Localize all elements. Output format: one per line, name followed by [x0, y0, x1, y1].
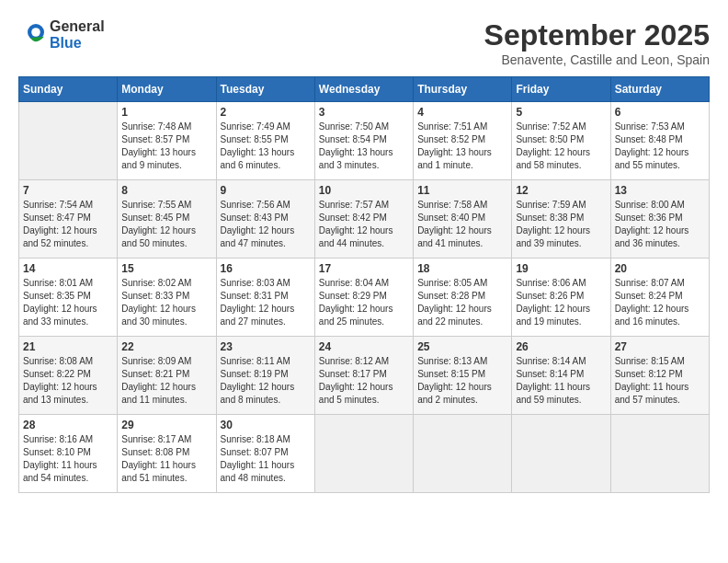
header-cell-wednesday: Wednesday: [314, 77, 413, 102]
calendar-row-0: 1Sunrise: 7:48 AM Sunset: 8:57 PM Daylig…: [19, 102, 710, 180]
day-number: 14: [23, 262, 113, 275]
calendar-row-2: 14Sunrise: 8:01 AM Sunset: 8:35 PM Dayli…: [19, 259, 710, 337]
calendar-cell: 28Sunrise: 8:16 AM Sunset: 8:10 PM Dayli…: [19, 415, 118, 493]
day-info: Sunrise: 8:15 AM Sunset: 8:12 PM Dayligh…: [615, 355, 705, 407]
day-number: 4: [417, 106, 507, 119]
calendar-cell: 30Sunrise: 8:18 AM Sunset: 8:07 PM Dayli…: [216, 415, 314, 493]
header-cell-sunday: Sunday: [19, 77, 118, 102]
header-cell-monday: Monday: [118, 77, 216, 102]
header-cell-tuesday: Tuesday: [216, 77, 314, 102]
calendar-cell: 14Sunrise: 8:01 AM Sunset: 8:35 PM Dayli…: [19, 259, 118, 337]
day-info: Sunrise: 8:03 AM Sunset: 8:31 PM Dayligh…: [221, 277, 311, 328]
day-number: 27: [615, 340, 705, 353]
calendar-cell: 16Sunrise: 8:03 AM Sunset: 8:31 PM Dayli…: [216, 259, 314, 337]
calendar-cell: 5Sunrise: 7:52 AM Sunset: 8:50 PM Daylig…: [512, 102, 610, 180]
calendar-cell: [19, 102, 118, 180]
day-info: Sunrise: 8:11 AM Sunset: 8:19 PM Dayligh…: [221, 355, 311, 407]
day-info: Sunrise: 7:51 AM Sunset: 8:52 PM Dayligh…: [417, 121, 507, 172]
calendar-cell: 10Sunrise: 7:57 AM Sunset: 8:42 PM Dayli…: [314, 180, 413, 259]
calendar-subtitle: Benavente, Castille and Leon, Spain: [484, 52, 710, 67]
day-number: 13: [615, 184, 705, 197]
header-cell-friday: Friday: [512, 77, 610, 102]
day-number: 2: [221, 106, 311, 119]
day-number: 23: [221, 340, 311, 353]
day-info: Sunrise: 8:08 AM Sunset: 8:22 PM Dayligh…: [23, 355, 113, 407]
calendar-cell: 27Sunrise: 8:15 AM Sunset: 8:12 PM Dayli…: [610, 337, 709, 415]
calendar-cell: 26Sunrise: 8:14 AM Sunset: 8:14 PM Dayli…: [512, 337, 610, 415]
day-info: Sunrise: 8:12 AM Sunset: 8:17 PM Dayligh…: [319, 355, 409, 407]
day-info: Sunrise: 7:59 AM Sunset: 8:38 PM Dayligh…: [516, 199, 606, 250]
calendar-cell: 13Sunrise: 8:00 AM Sunset: 8:36 PM Dayli…: [610, 180, 709, 259]
logo-blue-text: Blue: [50, 35, 105, 52]
logo-icon: [22, 21, 50, 49]
day-info: Sunrise: 7:54 AM Sunset: 8:47 PM Dayligh…: [23, 199, 113, 250]
calendar-cell: 4Sunrise: 7:51 AM Sunset: 8:52 PM Daylig…: [414, 102, 512, 180]
day-number: 1: [121, 106, 211, 119]
calendar-cell: 1Sunrise: 7:48 AM Sunset: 8:57 PM Daylig…: [118, 102, 216, 180]
day-number: 22: [121, 340, 211, 353]
calendar-header: SundayMondayTuesdayWednesdayThursdayFrid…: [19, 77, 710, 102]
calendar-cell: 12Sunrise: 7:59 AM Sunset: 8:38 PM Dayli…: [512, 180, 610, 259]
day-number: 19: [516, 262, 606, 275]
day-number: 20: [615, 262, 705, 275]
calendar-cell: 18Sunrise: 8:05 AM Sunset: 8:28 PM Dayli…: [414, 259, 512, 337]
day-info: Sunrise: 8:07 AM Sunset: 8:24 PM Dayligh…: [615, 277, 705, 328]
calendar-cell: 19Sunrise: 8:06 AM Sunset: 8:26 PM Dayli…: [512, 259, 610, 337]
day-number: 26: [516, 340, 606, 353]
header-cell-thursday: Thursday: [414, 77, 512, 102]
calendar-cell: [610, 415, 709, 493]
title-section: September 2025 Benavente, Castille and L…: [484, 18, 710, 67]
day-info: Sunrise: 8:14 AM Sunset: 8:14 PM Dayligh…: [516, 355, 606, 407]
calendar-cell: 20Sunrise: 8:07 AM Sunset: 8:24 PM Dayli…: [610, 259, 709, 337]
day-info: Sunrise: 7:56 AM Sunset: 8:43 PM Dayligh…: [221, 199, 311, 250]
calendar-cell: 2Sunrise: 7:49 AM Sunset: 8:55 PM Daylig…: [216, 102, 314, 180]
calendar-cell: 24Sunrise: 8:12 AM Sunset: 8:17 PM Dayli…: [314, 337, 413, 415]
day-number: 3: [319, 106, 409, 119]
calendar-cell: 15Sunrise: 8:02 AM Sunset: 8:33 PM Dayli…: [118, 259, 216, 337]
calendar-cell: 17Sunrise: 8:04 AM Sunset: 8:29 PM Dayli…: [314, 259, 413, 337]
day-info: Sunrise: 8:09 AM Sunset: 8:21 PM Dayligh…: [121, 355, 211, 407]
svg-point-1: [31, 28, 40, 37]
day-info: Sunrise: 8:13 AM Sunset: 8:15 PM Dayligh…: [417, 355, 507, 407]
calendar-body: 1Sunrise: 7:48 AM Sunset: 8:57 PM Daylig…: [19, 102, 710, 493]
page-header: General Blue September 2025 Benavente, C…: [18, 18, 710, 67]
calendar-cell: 7Sunrise: 7:54 AM Sunset: 8:47 PM Daylig…: [19, 180, 118, 259]
calendar-cell: 22Sunrise: 8:09 AM Sunset: 8:21 PM Dayli…: [118, 337, 216, 415]
day-number: 7: [23, 184, 113, 197]
day-number: 5: [516, 106, 606, 119]
calendar-cell: 25Sunrise: 8:13 AM Sunset: 8:15 PM Dayli…: [414, 337, 512, 415]
calendar-cell: 23Sunrise: 8:11 AM Sunset: 8:19 PM Dayli…: [216, 337, 314, 415]
day-info: Sunrise: 7:50 AM Sunset: 8:54 PM Dayligh…: [319, 121, 409, 172]
day-info: Sunrise: 8:18 AM Sunset: 8:07 PM Dayligh…: [221, 433, 311, 485]
day-info: Sunrise: 8:05 AM Sunset: 8:28 PM Dayligh…: [417, 277, 507, 328]
day-number: 6: [615, 106, 705, 119]
day-number: 18: [417, 262, 507, 275]
day-number: 30: [221, 419, 311, 431]
calendar-cell: [512, 415, 610, 493]
day-number: 15: [121, 262, 211, 275]
day-info: Sunrise: 7:52 AM Sunset: 8:50 PM Dayligh…: [516, 121, 606, 172]
day-info: Sunrise: 8:02 AM Sunset: 8:33 PM Dayligh…: [121, 277, 211, 328]
calendar-cell: 3Sunrise: 7:50 AM Sunset: 8:54 PM Daylig…: [314, 102, 413, 180]
calendar-title: September 2025: [484, 18, 710, 52]
day-number: 12: [516, 184, 606, 197]
day-number: 28: [23, 419, 113, 431]
day-info: Sunrise: 7:55 AM Sunset: 8:45 PM Dayligh…: [121, 199, 211, 250]
day-number: 29: [121, 419, 211, 431]
calendar-row-1: 7Sunrise: 7:54 AM Sunset: 8:47 PM Daylig…: [19, 180, 710, 259]
calendar-cell: [314, 415, 413, 493]
calendar-cell: 11Sunrise: 7:58 AM Sunset: 8:40 PM Dayli…: [414, 180, 512, 259]
calendar-row-4: 28Sunrise: 8:16 AM Sunset: 8:10 PM Dayli…: [19, 415, 710, 493]
day-number: 8: [121, 184, 211, 197]
calendar-cell: 21Sunrise: 8:08 AM Sunset: 8:22 PM Dayli…: [19, 337, 118, 415]
day-info: Sunrise: 7:48 AM Sunset: 8:57 PM Dayligh…: [121, 121, 211, 172]
day-info: Sunrise: 7:49 AM Sunset: 8:55 PM Dayligh…: [221, 121, 311, 172]
day-info: Sunrise: 8:00 AM Sunset: 8:36 PM Dayligh…: [615, 199, 705, 250]
day-number: 24: [319, 340, 409, 353]
day-number: 10: [319, 184, 409, 197]
day-number: 17: [319, 262, 409, 275]
day-number: 9: [221, 184, 311, 197]
logo: General Blue: [18, 18, 105, 51]
day-info: Sunrise: 8:06 AM Sunset: 8:26 PM Dayligh…: [516, 277, 606, 328]
day-info: Sunrise: 7:57 AM Sunset: 8:42 PM Dayligh…: [319, 199, 409, 250]
